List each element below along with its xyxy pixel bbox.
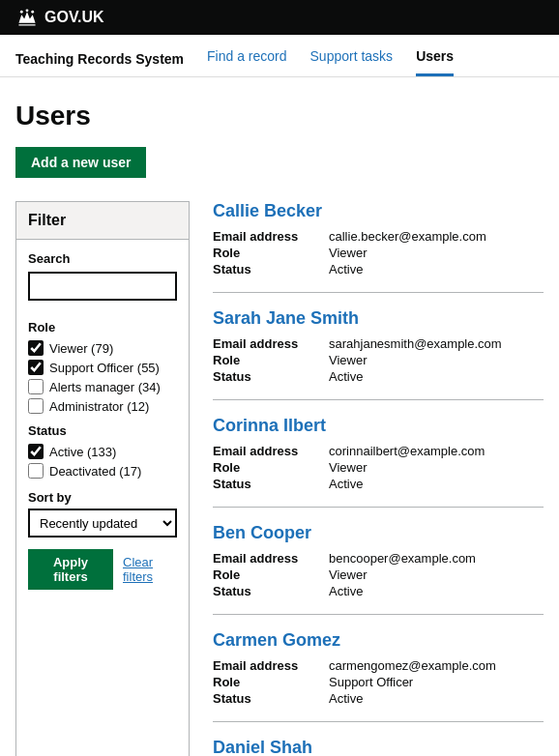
svg-point-0 xyxy=(20,11,23,14)
email-label-1: Email address xyxy=(213,336,329,351)
nav-users[interactable]: Users xyxy=(416,48,454,76)
page-title: Users xyxy=(15,101,544,131)
status-label: Status xyxy=(28,423,177,438)
add-user-button[interactable]: Add a new user xyxy=(15,147,146,178)
role-label-3: Role xyxy=(213,567,329,582)
role-label-1: Role xyxy=(213,353,329,367)
crown-icon xyxy=(15,8,39,27)
user-name-0[interactable]: Callie Becker xyxy=(213,201,544,221)
status-active-row: Active (133) xyxy=(28,444,177,459)
role-value-1: Viewer xyxy=(329,353,544,367)
status-label-2: Status xyxy=(213,477,329,491)
email-label-4: Email address xyxy=(213,658,329,673)
clear-filters-link[interactable]: Clear filters xyxy=(123,555,177,584)
status-label-4: Status xyxy=(213,691,329,706)
role-value-2: Viewer xyxy=(329,460,544,475)
status-active-checkbox[interactable] xyxy=(28,444,44,459)
user-name-5[interactable]: Daniel Shah xyxy=(213,738,544,756)
status-value-4: Active xyxy=(329,691,544,706)
top-bar: GOV.UK xyxy=(0,0,559,35)
role-alerts-row: Alerts manager (34) xyxy=(28,379,177,394)
role-support-checkbox[interactable] xyxy=(28,360,44,375)
svg-point-2 xyxy=(26,9,29,12)
role-alerts-checkbox[interactable] xyxy=(28,379,44,394)
status-label-0: Status xyxy=(213,262,329,276)
role-alerts-label: Alerts manager (34) xyxy=(49,380,161,394)
role-label-2: Role xyxy=(213,460,329,475)
role-admin-row: Administrator (12) xyxy=(28,398,177,414)
role-support-label: Support Officer (55) xyxy=(49,361,160,375)
user-name-2[interactable]: Corinna Ilbert xyxy=(213,416,544,436)
nav-support-tasks[interactable]: Support tasks xyxy=(310,48,394,76)
email-value-2: corinnailbert@example.com xyxy=(329,444,544,458)
sort-by-label: Sort by xyxy=(28,490,177,505)
user-card-2: Corinna Ilbert Email address corinnailbe… xyxy=(213,416,544,508)
role-value-0: Viewer xyxy=(329,246,544,260)
email-label-3: Email address xyxy=(213,551,329,566)
user-card-3: Ben Cooper Email address bencooper@examp… xyxy=(213,523,544,615)
status-value-3: Active xyxy=(329,584,544,598)
status-label-1: Status xyxy=(213,369,329,384)
email-value-4: carmengomez@example.com xyxy=(329,658,544,673)
user-details-2: Email address corinnailbert@example.com … xyxy=(213,444,544,491)
users-list: Callie Becker Email address callie.becke… xyxy=(213,201,544,756)
role-value-4: Support Officer xyxy=(329,675,544,689)
status-deactivated-label: Deactivated (17) xyxy=(49,464,141,479)
email-label-0: Email address xyxy=(213,229,329,244)
status-value-1: Active xyxy=(329,369,544,384)
sort-select[interactable]: Recently updated Name A-Z Name Z-A xyxy=(28,509,177,538)
user-details-0: Email address callie.becker@example.com … xyxy=(213,229,544,276)
search-input[interactable] xyxy=(28,272,177,301)
main-layout: Filter Search Role Viewer (79) Support O… xyxy=(15,201,544,756)
user-card-4: Carmen Gomez Email address carmengomez@e… xyxy=(213,630,544,722)
role-admin-checkbox[interactable] xyxy=(28,398,44,414)
status-deactivated-row: Deactivated (17) xyxy=(28,463,177,479)
gov-logo-text: GOV.UK xyxy=(44,9,104,26)
nav-brand: Teaching Records System xyxy=(15,51,184,76)
email-value-3: bencooper@example.com xyxy=(329,551,544,566)
email-value-1: sarahjanesmith@example.com xyxy=(329,336,544,351)
filter-actions: Apply filters Clear filters xyxy=(28,549,177,590)
user-details-4: Email address carmengomez@example.com Ro… xyxy=(213,658,544,706)
status-value-0: Active xyxy=(329,262,544,276)
user-card-5: Daniel Shah Email address danielshah@exa… xyxy=(213,738,544,756)
role-admin-label: Administrator (12) xyxy=(49,399,149,414)
role-label-4: Role xyxy=(213,675,329,689)
user-details-1: Email address sarahjanesmith@example.com… xyxy=(213,336,544,384)
role-viewer-row: Viewer (79) xyxy=(28,340,177,356)
user-name-1[interactable]: Sarah Jane Smith xyxy=(213,308,544,329)
role-viewer-checkbox[interactable] xyxy=(28,340,44,356)
filter-header: Filter xyxy=(16,202,189,240)
status-deactivated-checkbox[interactable] xyxy=(28,463,44,479)
gov-logo: GOV.UK xyxy=(15,8,104,27)
apply-filters-button[interactable]: Apply filters xyxy=(28,549,113,590)
role-label-0: Role xyxy=(213,246,329,260)
user-name-3[interactable]: Ben Cooper xyxy=(213,523,544,543)
role-value-3: Viewer xyxy=(329,567,544,582)
status-label-3: Status xyxy=(213,584,329,598)
user-card-1: Sarah Jane Smith Email address sarahjane… xyxy=(213,308,544,400)
user-name-4[interactable]: Carmen Gomez xyxy=(213,630,544,651)
svg-point-1 xyxy=(31,11,34,14)
secondary-nav: Teaching Records System Find a record Su… xyxy=(0,35,559,77)
role-support-row: Support Officer (55) xyxy=(28,360,177,375)
role-label: Role xyxy=(28,320,177,334)
role-viewer-label: Viewer (79) xyxy=(49,341,113,356)
user-card-0: Callie Becker Email address callie.becke… xyxy=(213,201,544,293)
filter-panel: Filter Search Role Viewer (79) Support O… xyxy=(15,201,190,756)
search-label: Search xyxy=(28,251,177,266)
nav-find-record[interactable]: Find a record xyxy=(207,48,286,76)
status-active-label: Active (133) xyxy=(49,445,116,459)
status-value-2: Active xyxy=(329,477,544,491)
email-label-2: Email address xyxy=(213,444,329,458)
user-details-3: Email address bencooper@example.com Role… xyxy=(213,551,544,598)
filter-body: Search Role Viewer (79) Support Officer … xyxy=(16,240,189,601)
email-value-0: callie.becker@example.com xyxy=(329,229,544,244)
page-content: Users Add a new user Filter Search Role … xyxy=(0,77,559,756)
